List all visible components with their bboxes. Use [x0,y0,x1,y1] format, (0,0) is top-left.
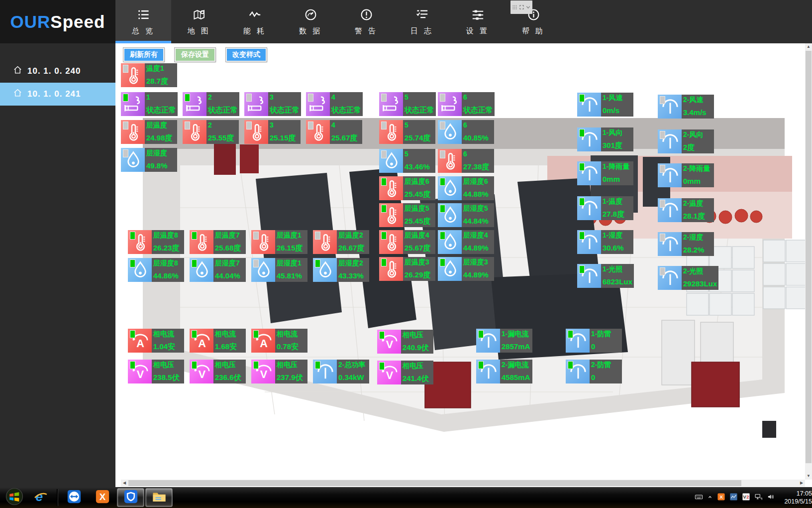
vertical-scrollbar-thumb[interactable] [806,51,812,463]
sensor-badge[interactable]: 2-光照29283Lux [658,266,714,290]
sensor-badge[interactable]: 1-温度27.8度 [577,196,633,220]
tray-keyboard[interactable] [695,493,703,503]
sensor-badge[interactable]: 640.85% [438,120,494,144]
sensor-badge[interactable]: V相电压241.4伏 [377,361,433,384]
tray-vnc[interactable]: V2 [742,493,750,503]
sensor-badge[interactable]: 层湿度544.84% [438,203,494,227]
layout-grid-icon[interactable] [512,4,517,10]
sensor-badge[interactable]: V相电压237.9伏 [251,360,307,383]
scrollbar-down-arrow[interactable]: ▼ [805,473,812,480]
sensor-badge[interactable]: 1-湿度30.6% [577,230,633,254]
nav-data[interactable]: 数 据 [283,0,338,43]
status-indicator [478,330,484,338]
sensor-badge[interactable]: 5状态正常 [379,92,435,116]
sensor-badge[interactable]: 6状态正常 [438,92,494,116]
sensor-badge[interactable]: 2-降雨量0mm [658,163,714,187]
sensor-badge[interactable]: 层温度126.15度 [251,230,307,254]
sensor-badge[interactable]: 4状态正常 [306,92,362,116]
sensor-badge[interactable]: V相电压240.9伏 [377,330,433,354]
horizontal-scrollbar[interactable]: ◀ ▶ [121,480,805,487]
sensor-badge[interactable]: 2-风速3.4m/s [658,95,714,119]
tray-xampp-tray[interactable]: X [717,493,725,503]
sensor-badge[interactable]: 1-风向301度 [577,127,633,151]
sensor-name: 层湿度8 [153,259,183,267]
sensor-badge[interactable]: 层湿度344.89% [438,257,494,281]
sensor-badge[interactable]: 层湿度644.88% [438,176,494,200]
sensor-badge[interactable]: A相电流1.04安 [128,329,184,353]
sensor-badge[interactable]: 2-总功率0.34kW [313,360,369,383]
sensor-badge[interactable]: 2-风向2度 [658,129,714,153]
taskbar-ie[interactable]: e [27,488,54,507]
sensor-badge[interactable]: V相电压236.6伏 [190,360,246,383]
nav-map[interactable]: 地 图 [171,0,227,43]
sensor-badge[interactable]: 325.15度 [244,120,301,144]
nav-alert[interactable]: 警 告 [338,0,394,43]
sensor-badge[interactable]: 层温度525.45度 [379,203,435,227]
nav-settings[interactable]: 设 置 [450,0,506,43]
status-indicator [130,232,135,240]
refresh-all-button[interactable]: 刷新所有 [123,48,164,62]
sensor-badge[interactable]: 1-降雨量0mm [577,161,633,185]
sensor-badge[interactable]: 层温度625.45度 [379,176,435,200]
scrollbar-up-arrow[interactable]: ▲ [805,43,812,50]
floating-mini-toolbar[interactable] [510,0,532,14]
sensor-badge[interactable]: 1-光照6823Lux [577,264,633,288]
tray-network[interactable] [754,493,763,503]
sensor-badge[interactable]: 225.55度 [183,120,239,144]
sensor-badge[interactable]: 2-防雷0 [566,360,622,383]
smoke-icon [379,92,403,116]
sensor-badge[interactable]: 层温度326.29度 [379,257,435,281]
scrollbar-right-arrow[interactable]: ▶ [798,480,805,487]
expand-icon[interactable] [519,4,524,10]
sensor-badge[interactable]: 层湿度844.86% [128,258,184,282]
sensor-badge[interactable]: 层湿度744.04% [190,258,246,282]
sensor-badge[interactable]: 425.67度 [306,120,362,144]
sensor-badge[interactable]: 层温度725.68度 [190,230,246,254]
sensor-badge[interactable]: 层湿度243.33% [313,258,369,282]
sensor-badge[interactable]: 1-防雷0 [566,329,622,353]
vertical-scrollbar[interactable]: ▲ ▼ [805,43,812,480]
sensor-badge[interactable]: 层湿度444.89% [438,230,494,254]
sensor-badge[interactable]: 2-漏电流4585mA [476,360,532,383]
sensor-badge[interactable]: 3状态正常 [244,92,301,116]
save-settings-button[interactable]: 保存设置 [175,48,215,62]
sensor-badge[interactable]: 温度128.7度 [121,63,177,87]
taskbar-monitoring[interactable] [117,488,144,507]
nav-energy[interactable]: 能 耗 [227,0,283,43]
sensor-badge[interactable]: 2-湿度28.2% [658,232,714,256]
sensor-badge[interactable]: 层温度24.98度 [121,120,177,144]
sensor-badge[interactable]: 层温度826.23度 [128,230,184,254]
taskbar-start-button[interactable] [2,487,26,508]
taskbar-clock[interactable]: 17:05 2019/5/15 [784,490,812,506]
nav-log[interactable]: 日 志 [394,0,450,43]
taskbar-teamviewer[interactable] [60,488,88,507]
taskbar-explorer[interactable] [145,488,173,507]
sensor-badge[interactable]: 543.46% [379,149,435,173]
sensor-badge[interactable]: 1-风速0m/s [577,93,633,117]
change-style-button[interactable]: 改变样式 [226,48,267,62]
taskbar-xampp[interactable]: X [89,488,116,507]
chevron-down-icon[interactable] [525,4,531,10]
sensor-badge[interactable]: 2-温度28.1度 [658,198,714,222]
horizontal-scrollbar-thumb[interactable] [128,480,741,486]
sensor-badge[interactable]: 1-漏电流2857mA [476,329,532,353]
sensor-badge[interactable]: 2状态正常 [183,92,239,116]
scrollbar-left-arrow[interactable]: ◀ [121,480,128,487]
sensor-badge[interactable]: A相电流1.68安 [190,329,246,353]
sensor-badge[interactable]: 层湿度145.81% [251,258,307,282]
sensor-badge[interactable]: 525.74度 [379,120,435,144]
sensor-badge[interactable]: 1状态正常 [121,92,177,116]
sensor-badge[interactable]: V相电压238.5伏 [128,360,184,383]
sensor-badge[interactable]: 627.38度 [438,149,494,173]
sensor-badge[interactable]: A相电流0.78安 [251,329,307,353]
sensor-badge[interactable]: 层温度226.67度 [313,230,369,254]
tray-performance[interactable] [729,493,738,503]
tray-hidden-icons[interactable] [707,493,713,502]
sensor-badge[interactable]: 层湿度49.8% [121,148,177,172]
drop-icon [121,148,145,172]
sidebar-item-0[interactable]: 10. 1. 0. 240 [0,60,115,83]
nav-overview[interactable]: 总 览 [115,0,171,43]
tray-volume[interactable] [767,493,775,503]
sidebar-item-1[interactable]: 10. 1. 0. 241 [0,83,115,106]
sensor-badge[interactable]: 层温度425.67度 [379,230,435,254]
